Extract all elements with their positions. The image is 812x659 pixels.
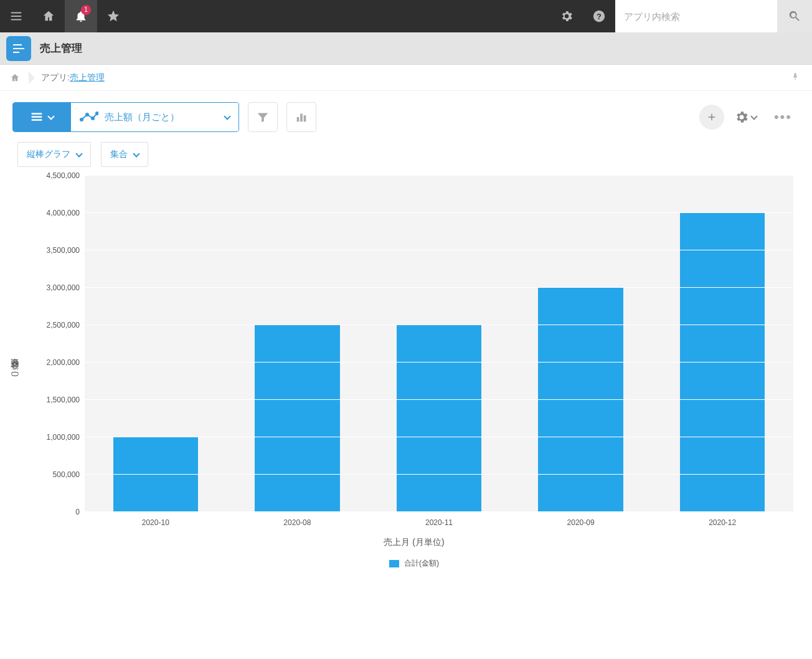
svg-rect-6 bbox=[13, 48, 24, 49]
bar-slot bbox=[85, 176, 227, 512]
group-type-label: 集合 bbox=[110, 149, 128, 160]
grid-line bbox=[85, 250, 793, 250]
home-icon[interactable] bbox=[32, 0, 65, 32]
x-tick-label: 2020-08 bbox=[227, 512, 369, 527]
legend-swatch bbox=[389, 560, 399, 567]
grid-line bbox=[85, 325, 793, 325]
chart-options-row: 縦棒グラフ 集合 bbox=[0, 138, 812, 176]
global-header: 1 ? bbox=[0, 0, 812, 32]
grid-line bbox=[85, 399, 793, 400]
y-tick-label: 4,000,000 bbox=[29, 209, 85, 217]
chevron-down-icon bbox=[47, 113, 54, 120]
app-settings-button[interactable] bbox=[729, 110, 762, 125]
y-tick-label: 3,000,000 bbox=[29, 283, 85, 292]
svg-rect-1 bbox=[11, 16, 22, 17]
chevron-down-icon bbox=[224, 113, 230, 120]
svg-rect-15 bbox=[297, 117, 300, 121]
svg-rect-0 bbox=[11, 12, 22, 14]
svg-rect-9 bbox=[32, 116, 42, 118]
search-input[interactable] bbox=[615, 0, 777, 32]
app-title: 売上管理 bbox=[40, 41, 82, 55]
app-icon bbox=[6, 36, 31, 61]
svg-rect-10 bbox=[32, 119, 42, 121]
chart-bar[interactable] bbox=[538, 288, 623, 512]
x-tick-label: 2020-12 bbox=[651, 512, 793, 527]
grid-line bbox=[85, 212, 793, 213]
x-tick-label: 2020-09 bbox=[510, 512, 652, 527]
bar-slot bbox=[368, 176, 510, 512]
legend-label: 合計(金額) bbox=[404, 558, 439, 569]
breadcrumb: アプリ: 売上管理 bbox=[0, 65, 812, 91]
svg-rect-2 bbox=[11, 19, 22, 21]
svg-rect-8 bbox=[32, 113, 42, 115]
view-switch: 売上額（月ごと） bbox=[12, 102, 239, 132]
x-tick-label: 2020-11 bbox=[368, 512, 510, 527]
notification-badge: 1 bbox=[81, 5, 91, 15]
menu-icon[interactable] bbox=[0, 0, 32, 32]
y-tick-label: 4,500,000 bbox=[29, 171, 85, 180]
search-box bbox=[615, 0, 812, 32]
breadcrumb-separator-icon bbox=[29, 72, 35, 84]
more-menu-button[interactable]: ••• bbox=[767, 109, 800, 125]
x-axis: 2020-102020-082020-112020-092020-12 bbox=[85, 512, 793, 527]
notifications-icon[interactable]: 1 bbox=[65, 0, 97, 32]
y-axis-label: 合計(金額) bbox=[6, 371, 22, 377]
grid-line bbox=[85, 175, 793, 176]
view-list-button[interactable] bbox=[13, 103, 70, 131]
filter-button[interactable] bbox=[248, 102, 278, 132]
chart-select[interactable]: 売上額（月ごと） bbox=[70, 103, 238, 131]
breadcrumb-prefix: アプリ: bbox=[41, 72, 70, 83]
y-tick-label: 0 bbox=[29, 508, 85, 516]
star-icon[interactable] bbox=[97, 0, 130, 32]
help-icon[interactable]: ? bbox=[583, 0, 615, 32]
bar-slot bbox=[510, 176, 652, 512]
svg-rect-5 bbox=[13, 44, 22, 45]
chart-type-dropdown[interactable]: 縦棒グラフ bbox=[17, 142, 91, 167]
grid-line bbox=[85, 362, 793, 363]
chart-bar[interactable] bbox=[255, 325, 340, 512]
group-type-dropdown[interactable]: 集合 bbox=[101, 142, 148, 167]
x-axis-label: 売上月 (月単位) bbox=[22, 527, 806, 554]
svg-text:?: ? bbox=[597, 12, 602, 21]
x-tick-label: 2020-10 bbox=[85, 512, 227, 527]
chart-bar[interactable] bbox=[397, 325, 482, 512]
header-left-icons: 1 bbox=[0, 0, 130, 32]
grid-line bbox=[85, 474, 793, 475]
svg-rect-17 bbox=[304, 115, 306, 121]
svg-rect-16 bbox=[300, 114, 303, 122]
y-tick-label: 2,000,000 bbox=[29, 358, 85, 367]
chart-select-label: 売上額（月ごと） bbox=[105, 111, 219, 123]
chart-type-button[interactable] bbox=[286, 102, 316, 132]
chevron-down-icon bbox=[133, 150, 139, 157]
chart-container: 合計(金額) 0500,0001,000,0001,500,0002,000,0… bbox=[0, 176, 812, 579]
y-tick-label: 3,500,000 bbox=[29, 246, 85, 255]
settings-icon[interactable] bbox=[550, 0, 583, 32]
svg-rect-19 bbox=[709, 116, 715, 118]
chart-bar[interactable] bbox=[680, 213, 765, 512]
breadcrumb-app-link[interactable]: 売上管理 bbox=[70, 72, 105, 83]
chart-bar[interactable] bbox=[113, 437, 199, 512]
chart-type-label: 縦棒グラフ bbox=[27, 149, 70, 160]
bar-slot bbox=[651, 176, 793, 512]
app-title-bar: 売上管理 bbox=[0, 32, 812, 65]
grid-line bbox=[85, 511, 793, 512]
grid-line bbox=[85, 437, 793, 437]
chevron-down-icon bbox=[750, 113, 757, 120]
y-tick-label: 1,000,000 bbox=[29, 433, 85, 442]
chart-legend: 合計(金額) bbox=[22, 554, 806, 572]
bar-slot bbox=[227, 176, 369, 512]
add-record-button[interactable] bbox=[699, 105, 724, 130]
search-button[interactable] bbox=[777, 0, 812, 32]
svg-rect-7 bbox=[13, 52, 19, 53]
chart-plot: 0500,0001,000,0001,500,0002,000,0002,500… bbox=[85, 176, 793, 512]
view-toolbar: 売上額（月ごと） ••• bbox=[0, 91, 812, 138]
y-tick-label: 500,000 bbox=[29, 470, 85, 479]
pin-icon[interactable] bbox=[791, 72, 800, 83]
y-tick-label: 2,500,000 bbox=[29, 321, 85, 330]
grid-line bbox=[85, 287, 793, 288]
chevron-down-icon bbox=[75, 150, 82, 157]
y-tick-label: 1,500,000 bbox=[29, 396, 85, 404]
breadcrumb-home-icon[interactable] bbox=[6, 69, 24, 87]
